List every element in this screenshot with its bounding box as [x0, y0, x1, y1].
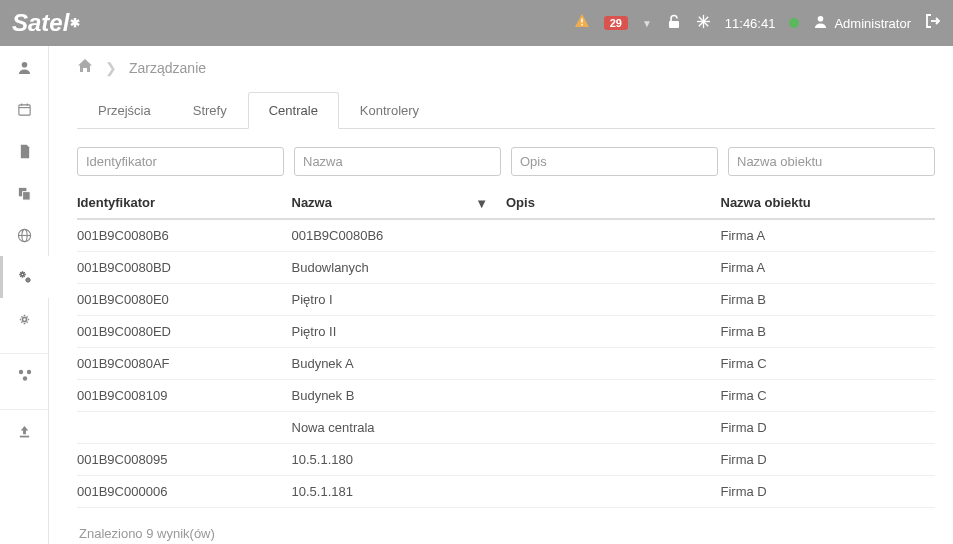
user-menu[interactable]: Administrator — [813, 14, 911, 32]
cell-obj: Firma A — [721, 219, 936, 252]
cell-desc — [506, 380, 721, 412]
table-row[interactable]: 001B9C00809510.5.1.180Firma D — [77, 444, 935, 476]
col-header-obj[interactable]: Nazwa obiektu — [721, 188, 936, 219]
logo-star-icon: ✱ — [70, 16, 80, 30]
filter-desc[interactable] — [511, 147, 718, 176]
cell-name: Budynek B — [292, 380, 507, 412]
col-header-desc[interactable]: Opis — [506, 188, 721, 219]
col-header-id[interactable]: Identyfikator — [77, 188, 292, 219]
cell-id: 001B9C008109 — [77, 380, 292, 412]
table-row[interactable]: 001B9C0080EDPiętro IIFirma B — [77, 316, 935, 348]
snowflake-icon[interactable] — [696, 14, 711, 32]
cell-id: 001B9C008095 — [77, 444, 292, 476]
svg-point-25 — [26, 279, 29, 282]
col-header-name[interactable]: Nazwa ▼ — [292, 188, 507, 219]
svg-point-8 — [22, 61, 28, 67]
cell-id: 001B9C000006 — [77, 476, 292, 508]
cell-name: Budowlanych — [292, 252, 507, 284]
tabs: Przejścia Strefy Centrale Kontrolery — [77, 91, 935, 129]
svg-point-24 — [20, 273, 23, 276]
sidebar-item-globe[interactable] — [0, 214, 49, 256]
logo: Satel✱ — [12, 9, 80, 37]
sidebar-item-document[interactable] — [0, 130, 49, 172]
tab-kontrolery[interactable]: Kontrolery — [339, 92, 440, 129]
svg-point-26 — [22, 317, 26, 321]
svg-rect-2 — [669, 21, 679, 28]
cell-name: 10.5.1.180 — [292, 444, 507, 476]
cell-obj: Firma D — [721, 412, 936, 444]
sidebar-item-gear[interactable] — [0, 298, 49, 340]
breadcrumb-current: Zarządzanie — [129, 60, 206, 76]
table-row[interactable]: 001B9C0080B6001B9C0080B6Firma A — [77, 219, 935, 252]
svg-rect-1 — [581, 24, 583, 26]
sidebar-item-calendar[interactable] — [0, 88, 49, 130]
cell-obj: Firma D — [721, 476, 936, 508]
filter-name[interactable] — [294, 147, 501, 176]
alert-dropdown-icon[interactable]: ▼ — [642, 18, 652, 29]
sidebar-item-gears[interactable] — [0, 256, 49, 298]
cell-desc — [506, 348, 721, 380]
warning-icon[interactable] — [574, 13, 590, 33]
svg-rect-0 — [581, 19, 583, 23]
table-row[interactable]: 001B9C0080BDBudowlanychFirma A — [77, 252, 935, 284]
cell-id: 001B9C0080B6 — [77, 219, 292, 252]
sidebar-item-copy[interactable] — [0, 172, 49, 214]
logout-icon[interactable] — [925, 13, 941, 33]
table-row[interactable]: 001B9C0080AFBudynek AFirma C — [77, 348, 935, 380]
svg-point-27 — [18, 370, 22, 374]
main-content: ❯ Zarządzanie Przejścia Strefy Centrale … — [49, 46, 953, 544]
cell-obj: Firma D — [721, 444, 936, 476]
cell-desc — [506, 476, 721, 508]
cell-obj: Firma B — [721, 284, 936, 316]
svg-rect-20 — [23, 191, 31, 199]
status-indicator — [789, 18, 799, 28]
cell-id: 001B9C0080E0 — [77, 284, 292, 316]
sidebar-item-nodes[interactable] — [0, 354, 49, 396]
cell-name: Piętro II — [292, 316, 507, 348]
breadcrumb: ❯ Zarządzanie — [77, 56, 935, 87]
cell-desc — [506, 252, 721, 284]
cell-name: Budynek A — [292, 348, 507, 380]
topbar-right: 29 ▼ 11:46:41 Administrator — [574, 13, 941, 33]
breadcrumb-arrow-icon: ❯ — [105, 60, 117, 76]
filter-object[interactable] — [728, 147, 935, 176]
sort-desc-icon: ▼ — [475, 196, 488, 211]
svg-point-7 — [818, 16, 824, 22]
sidebar-item-upload[interactable] — [0, 410, 49, 452]
tab-strefy[interactable]: Strefy — [172, 92, 248, 129]
cell-desc — [506, 444, 721, 476]
cell-name: Piętro I — [292, 284, 507, 316]
table-row[interactable]: 001B9C0080E0Piętro IFirma B — [77, 284, 935, 316]
unlock-icon[interactable] — [666, 14, 682, 33]
cell-name: Nowa centrala — [292, 412, 507, 444]
cell-id — [77, 412, 292, 444]
svg-point-29 — [22, 376, 26, 380]
cell-id: 001B9C0080AF — [77, 348, 292, 380]
cell-id: 001B9C0080ED — [77, 316, 292, 348]
cell-name: 001B9C0080B6 — [292, 219, 507, 252]
user-name: Administrator — [834, 16, 911, 31]
cell-obj: Firma C — [721, 380, 936, 412]
filter-id[interactable] — [77, 147, 284, 176]
cell-name: 10.5.1.181 — [292, 476, 507, 508]
tab-centrale[interactable]: Centrale — [248, 92, 339, 129]
logo-text: Satel — [12, 9, 69, 37]
svg-rect-9 — [19, 104, 30, 114]
table-row[interactable]: 001B9C00000610.5.1.181Firma D — [77, 476, 935, 508]
filter-row — [77, 147, 935, 176]
cell-desc — [506, 219, 721, 252]
cell-desc — [506, 316, 721, 348]
alert-badge[interactable]: 29 — [604, 16, 628, 30]
table-row[interactable]: Nowa centralaFirma D — [77, 412, 935, 444]
home-icon[interactable] — [77, 58, 93, 77]
sidebar-item-user[interactable] — [0, 46, 49, 88]
topbar: Satel✱ 29 ▼ 11:46:41 Administrator — [0, 0, 953, 46]
tab-przejscia[interactable]: Przejścia — [77, 92, 172, 129]
sidebar — [0, 46, 49, 544]
table-row[interactable]: 001B9C008109Budynek BFirma C — [77, 380, 935, 412]
data-table: Identyfikator Nazwa ▼ Opis Nazwa obiektu… — [77, 188, 935, 508]
cell-desc — [506, 284, 721, 316]
results-count: Znaleziono 9 wynik(ów) — [77, 526, 935, 541]
cell-obj: Firma C — [721, 348, 936, 380]
cell-obj: Firma A — [721, 252, 936, 284]
